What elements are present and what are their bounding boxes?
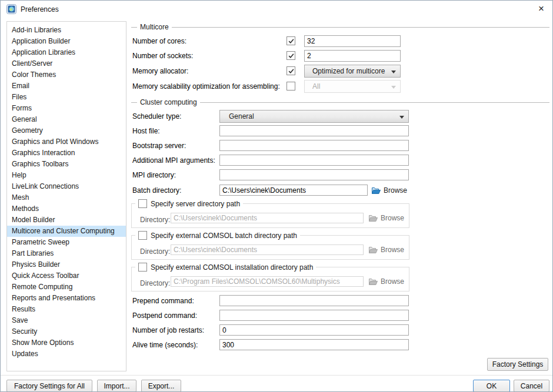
open-folder-icon <box>369 215 378 222</box>
directory-label: Directory: <box>140 247 170 256</box>
factory-settings-button[interactable]: Factory Settings <box>487 358 548 371</box>
external-installation-directory-browse-button: Browse <box>369 276 404 287</box>
mpi-directory-input[interactable] <box>219 169 409 180</box>
factory-settings-for-all-button[interactable]: Factory Settings for All <box>6 380 92 392</box>
sidebar-item[interactable]: Remote Computing <box>7 282 126 293</box>
number-of-cores-checkbox[interactable] <box>287 36 295 45</box>
close-icon[interactable]: × <box>531 1 551 17</box>
additional-mpi-arguments-input[interactable] <box>219 155 409 166</box>
scheduler-type-label: Scheduler type: <box>132 112 181 120</box>
sidebar-item[interactable]: Forms <box>7 103 126 114</box>
sidebar-item[interactable]: Physics Builder <box>7 259 126 270</box>
sidebar-item[interactable]: Graphics Toolbars <box>7 159 126 170</box>
number-of-job-restarts-label: Number of job restarts: <box>132 326 204 334</box>
ok-button[interactable]: OK <box>473 380 510 392</box>
prepend-command-input[interactable] <box>219 295 409 306</box>
sidebar-item[interactable]: Add-in Libraries <box>7 25 126 36</box>
open-folder-icon <box>372 187 381 195</box>
group-title: Specify external COMSOL installation dir… <box>151 263 313 272</box>
number-of-sockets-checkbox[interactable] <box>287 51 295 60</box>
footer-divider <box>1 375 553 376</box>
memory-scalability-value: All <box>312 82 320 91</box>
sidebar-item[interactable]: Part Libraries <box>7 248 126 259</box>
checkmark-icon <box>288 68 295 75</box>
chevron-down-icon <box>399 116 404 119</box>
memory-scalability-label: Memory scalability optimization for asse… <box>132 82 280 91</box>
sidebar-item[interactable]: Email <box>7 81 126 92</box>
checkmark-icon <box>288 52 295 59</box>
number-of-job-restarts-input[interactable] <box>219 324 409 336</box>
number-of-cores-input[interactable] <box>304 35 401 47</box>
sidebar-item[interactable]: LiveLink Connections <box>7 181 126 192</box>
section-title: Cluster computing <box>140 98 197 106</box>
bootstrap-server-input[interactable] <box>219 140 409 151</box>
sidebar-item[interactable]: Help <box>7 170 126 181</box>
specify-external-batch-directory-checkbox[interactable] <box>138 231 147 240</box>
sidebar-item[interactable]: Methods <box>7 203 126 215</box>
group-external-batch-directory-path: Specify external COMSOL batch directory … <box>131 235 409 260</box>
external-installation-directory-input <box>171 276 364 287</box>
memory-scalability-select: All <box>304 80 401 93</box>
sidebar-item[interactable]: Mesh <box>7 192 126 203</box>
batch-directory-label: Batch directory: <box>132 186 181 195</box>
sidebar-item[interactable]: Model Builder <box>7 215 126 226</box>
browse-label: Browse <box>384 186 407 195</box>
sidebar-item[interactable]: Parametric Sweep <box>7 237 126 248</box>
number-of-sockets-input[interactable] <box>304 50 401 62</box>
sidebar-item[interactable]: Client/Server <box>7 58 126 69</box>
open-folder-icon <box>369 278 378 286</box>
bootstrap-server-label: Bootstrap server: <box>132 142 186 150</box>
title-bar: Preferences × <box>1 1 552 18</box>
window-title: Preferences <box>21 5 59 14</box>
sidebar-item[interactable]: Multicore and Cluster Computing <box>7 226 126 237</box>
sidebar-item[interactable]: Files <box>7 92 126 103</box>
postpend-command-label: Postpend command: <box>132 311 197 320</box>
batch-directory-input[interactable] <box>219 185 368 196</box>
batch-directory-browse-button[interactable]: Browse <box>372 185 407 196</box>
section-title: Multicore <box>140 23 169 31</box>
cancel-button[interactable]: Cancel <box>514 380 549 392</box>
mpi-directory-label: MPI directory: <box>132 171 176 179</box>
sidebar-item[interactable]: Application Libraries <box>7 47 126 58</box>
sidebar-item[interactable]: Save <box>7 315 126 326</box>
postpend-command-input[interactable] <box>219 310 409 321</box>
sidebar-item[interactable]: Application Builder <box>7 36 126 47</box>
memory-allocator-checkbox[interactable] <box>287 66 295 75</box>
memory-allocator-select[interactable]: Optimized for multicore <box>304 65 401 78</box>
sidebar-item[interactable]: Color Themes <box>7 69 126 81</box>
sidebar-item[interactable]: Graphics Interaction <box>7 148 126 159</box>
specify-external-installation-directory-checkbox[interactable] <box>138 263 147 272</box>
group-legend: Specify external COMSOL installation dir… <box>135 263 316 272</box>
number-of-cores-label: Number of cores: <box>132 37 186 45</box>
sidebar-item[interactable]: Graphics and Plot Windows <box>7 136 126 148</box>
open-folder-icon <box>369 246 378 254</box>
directory-label: Directory: <box>140 279 170 287</box>
import-button[interactable]: Import... <box>97 380 136 392</box>
sidebar-item[interactable]: Updates <box>7 349 126 360</box>
host-file-input[interactable] <box>219 125 409 136</box>
preferences-category-list: Add-in LibrariesApplication BuilderAppli… <box>6 21 126 371</box>
directory-label: Directory: <box>140 216 170 224</box>
sidebar-item[interactable]: Reports and Presentations <box>7 293 126 304</box>
browse-label: Browse <box>381 277 404 286</box>
chevron-down-icon <box>391 71 396 73</box>
group-legend: Specify server directory path <box>135 199 243 208</box>
sidebar-item[interactable]: Show More Options <box>7 337 126 349</box>
export-button[interactable]: Export... <box>141 380 181 392</box>
sidebar-item[interactable]: Geometry <box>7 125 126 136</box>
sidebar-item[interactable]: Quick Access Toolbar <box>7 270 126 282</box>
chevron-down-icon <box>391 86 396 89</box>
scheduler-type-select[interactable]: General <box>219 110 409 123</box>
external-batch-directory-browse-button: Browse <box>369 244 404 255</box>
checkmark-icon <box>288 38 295 45</box>
sidebar-item[interactable]: General <box>7 114 126 125</box>
memory-scalability-checkbox[interactable] <box>287 82 295 91</box>
number-of-sockets-label: Number of sockets: <box>132 52 193 60</box>
sidebar-item[interactable]: Results <box>7 304 126 315</box>
group-server-directory-path: Specify server directory path Directory:… <box>131 203 409 228</box>
specify-server-directory-checkbox[interactable] <box>138 199 147 208</box>
host-file-label: Host file: <box>132 127 160 135</box>
sidebar-item[interactable]: Security <box>7 326 126 337</box>
alive-time-input[interactable] <box>219 339 409 350</box>
section-header-cluster-computing: Cluster computing <box>131 98 549 106</box>
